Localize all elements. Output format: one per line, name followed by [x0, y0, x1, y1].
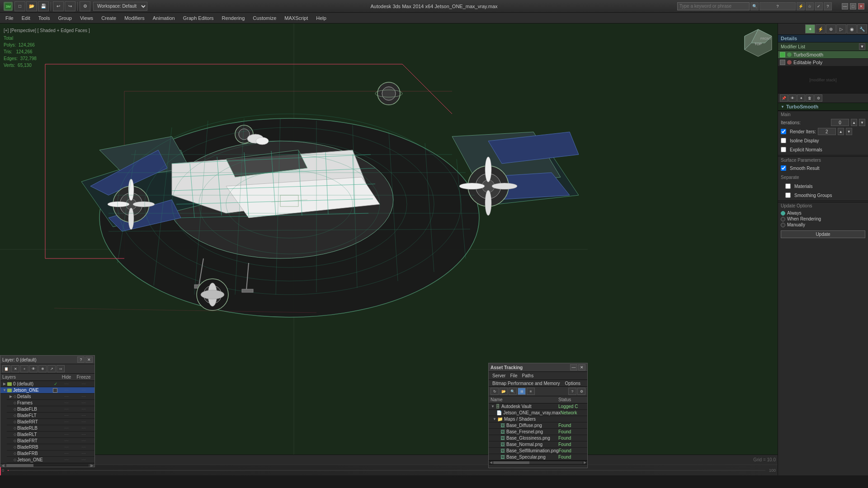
modifier-epoly[interactable]: Editable Poly [778, 59, 868, 66]
pin-stack-btn[interactable]: 📌 [780, 94, 788, 102]
menu-group[interactable]: Group [54, 14, 75, 22]
search-button[interactable]: 🔍 [750, 2, 759, 10]
show-end-result-btn[interactable]: 👁 [788, 94, 797, 102]
render-iters-up[interactable]: ▲ [838, 128, 844, 135]
layer-row-jetson-one[interactable]: ▼ Jetson_ONE ···· ···· [0, 387, 94, 394]
menu-animation[interactable]: Animation [149, 14, 179, 22]
layer-row-bladefrt[interactable]: ◇ BladeFRT ···· ···· [7, 438, 94, 444]
asset-tool-1[interactable]: ↻ [491, 388, 499, 395]
layer-freeze-sel-btn[interactable]: ❄ [38, 365, 47, 372]
menu-tools[interactable]: Tools [35, 14, 54, 22]
layer-row-bladerlb[interactable]: ◇ BladeRLB ···· ···· [7, 425, 94, 432]
smoothing-groups-checkbox[interactable] [785, 192, 791, 198]
make-unique-btn[interactable]: ✦ [797, 94, 805, 102]
asset-row-selfillum[interactable]: 🖼 Base_SelfIllumination.png Found [489, 448, 587, 454]
explicit-normals-checkbox[interactable] [781, 147, 786, 152]
menu-rendering[interactable]: Rendering [218, 14, 249, 22]
manually-radio[interactable] [781, 223, 785, 227]
layers-scrollbar-h[interactable]: ◀ ▶ [0, 463, 94, 467]
asset-menu-server[interactable]: Server [491, 373, 507, 379]
asset-help-btn[interactable]: ? [568, 388, 576, 395]
motion-tab[interactable]: ▷ [836, 24, 846, 33]
undo-btn[interactable]: ↩ [53, 1, 64, 11]
layer-select-btn[interactable]: ↗ [47, 365, 56, 372]
layer-row-default[interactable]: ▶ 0 (default) ✓ ···· ···· [0, 381, 94, 387]
scroll-left-btn[interactable]: ◀ [0, 463, 5, 468]
redo-btn[interactable]: ↪ [65, 1, 75, 11]
maps-expand[interactable]: ▼ [492, 417, 497, 422]
asset-scroll-thumb-h[interactable] [493, 461, 529, 464]
vault-expand[interactable]: ▼ [491, 404, 495, 409]
iterations-input[interactable] [831, 119, 849, 126]
iterations-up[interactable]: ▲ [851, 119, 857, 126]
search-or-phrase-btn[interactable]: ? [760, 2, 796, 10]
maximize-button[interactable]: □ [850, 3, 856, 9]
modifier-list-dropdown[interactable]: ▼ [859, 43, 865, 50]
update-button[interactable]: Update [781, 230, 865, 238]
asset-row-vault[interactable]: ▼ 🗄 Autodesk Vault Logged C [489, 404, 587, 410]
menu-graph-editors[interactable]: Graph Editors [179, 14, 217, 22]
remove-modifier-btn[interactable]: 🗑 [806, 94, 814, 102]
asset-scroll-right[interactable]: ▶ [583, 460, 587, 465]
asset-tool-3[interactable]: 🔍 [509, 388, 517, 395]
asset-menu-options[interactable]: Options [563, 380, 582, 386]
layer-tool-1[interactable]: 📋 [2, 365, 10, 372]
layers-scroll-thumb[interactable] [6, 464, 33, 467]
asset-settings-btn[interactable]: ⚙ [577, 388, 585, 395]
always-radio[interactable] [781, 211, 785, 216]
modifier-checkbox[interactable] [780, 52, 785, 57]
layer-add-btn[interactable]: + [20, 365, 28, 372]
layer-row-details[interactable]: ▶ ◇ Details ···· ···· [7, 394, 94, 400]
create-tab[interactable]: ✦ [805, 24, 815, 33]
settings-btn[interactable]: ⚙ [80, 1, 90, 11]
menu-file[interactable]: File [2, 14, 17, 22]
modifier-epoly-checkbox[interactable] [780, 60, 785, 65]
asset-menu-bitmap-perf[interactable]: Bitmap Performance and Memory [491, 380, 562, 386]
asset-row-specular[interactable]: 🖼 Base_Specular.png Found [489, 454, 587, 460]
tree-expand-default[interactable]: ▶ [2, 382, 7, 386]
menu-edit[interactable]: Edit [18, 14, 34, 22]
asset-scroll-left[interactable]: ◀ [489, 460, 493, 465]
asset-row-max-file[interactable]: 📄 Jetson_ONE_max_vray.max Network [489, 410, 587, 416]
asset-tool-5[interactable]: ≡ [527, 388, 535, 395]
asset-row-fresnel[interactable]: 🖼 Base_Fresnel.png Found [489, 429, 587, 435]
layers-close-btn[interactable]: ✕ [85, 357, 93, 363]
iterations-down[interactable]: ▼ [859, 119, 865, 126]
layer-row-frames[interactable]: ◇ Frames ···· ···· [7, 400, 94, 406]
close-button[interactable]: ✕ [858, 3, 864, 9]
layers-help-btn[interactable]: ? [77, 357, 85, 363]
asset-scrollbar-h[interactable]: ◀ ▶ [489, 460, 587, 464]
search-input[interactable] [677, 2, 750, 10]
layer-hide-sel-btn[interactable]: 👁 [29, 365, 38, 372]
isoline-checkbox[interactable] [781, 138, 786, 143]
menu-maxscript[interactable]: MAXScript [281, 14, 311, 22]
layer-row-bladefrb[interactable]: ◇ BladeFRB ···· ···· [7, 450, 94, 457]
layer-row-jetson-child[interactable]: ◇ Jetson_ONE ···· ···· [7, 457, 94, 463]
hierarchy-tab[interactable]: ⊕ [826, 24, 836, 33]
display-tab[interactable]: ◉ [847, 24, 857, 33]
new-btn[interactable]: □ [14, 1, 25, 11]
render-iters-input[interactable] [818, 128, 836, 135]
asset-row-normal[interactable]: 🖼 Base_Normal.png Found [489, 441, 587, 448]
scroll-right-btn[interactable]: ▶ [90, 463, 94, 468]
tree-expand-details[interactable]: ▶ [9, 394, 13, 399]
layer-row-bladeflt[interactable]: ◇ BladeFLT ···· ···· [7, 413, 94, 419]
search-help[interactable]: ? [824, 2, 832, 10]
asset-minimize-btn[interactable]: — [570, 364, 577, 371]
configure-sets-btn[interactable]: ⚙ [814, 94, 822, 102]
asset-row-maps-folder[interactable]: ▼ 📁 Maps / Shaders [489, 416, 587, 422]
render-iters-down[interactable]: ▼ [846, 128, 852, 135]
asset-close-btn[interactable]: ✕ [578, 364, 585, 371]
modify-tab[interactable]: ⚡ [816, 24, 826, 33]
smooth-result-checkbox[interactable] [781, 165, 786, 171]
viewport[interactable]: [+] [Perspective] [ Shaded + Edged Faces… [0, 23, 778, 475]
menu-help[interactable]: Help [312, 14, 330, 22]
layer-row-bladerlt[interactable]: ◇ BladeRLT ···· ···· [7, 432, 94, 438]
asset-menu-paths[interactable]: Paths [520, 373, 536, 379]
asset-menu-file[interactable]: File [508, 373, 519, 379]
tree-expand-jetson[interactable]: ▼ [2, 388, 7, 393]
layer-row-bladeflb[interactable]: ◇ BladeFLB ···· ···· [7, 406, 94, 413]
layer-delete-btn[interactable]: ✕ [11, 365, 19, 372]
utilities-tab[interactable]: 🔧 [857, 24, 867, 33]
search-extra2[interactable]: ☆ [806, 2, 814, 10]
